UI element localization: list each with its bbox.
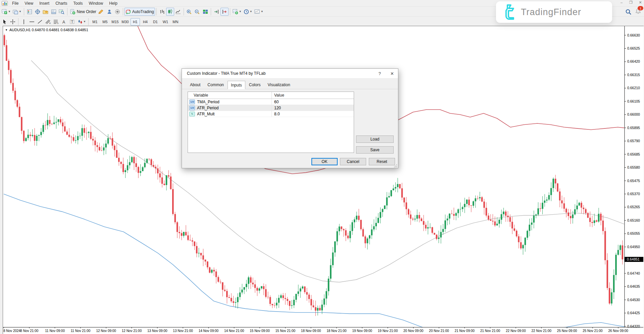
- tab-about[interactable]: About: [187, 81, 204, 89]
- cancel-button[interactable]: Cancel: [340, 158, 366, 165]
- variable-value[interactable]: 120: [272, 106, 354, 110]
- window-minimize-button[interactable]: –: [619, 0, 624, 5]
- svg-text:12 Nov 09:00: 12 Nov 09:00: [96, 329, 116, 333]
- inputs-table[interactable]: Variable Value 123TMA_Period60123ATR_Per…: [188, 92, 354, 153]
- menu-item-view[interactable]: View: [21, 1, 36, 6]
- new-order-icon: [70, 9, 76, 14]
- reset-button[interactable]: Reset: [369, 158, 395, 165]
- terminal-icon: [51, 9, 56, 14]
- notification-badge: 1: [638, 6, 643, 10]
- timeframe-m30-button[interactable]: M30: [120, 18, 130, 25]
- cursor-button[interactable]: [1, 18, 9, 26]
- dialog-help-button[interactable]: ?: [379, 71, 381, 76]
- chart-shift-button[interactable]: [220, 8, 229, 16]
- tab-common[interactable]: Common: [204, 81, 227, 89]
- menu-item-insert[interactable]: Insert: [36, 1, 52, 6]
- toolbar-separator: [156, 8, 157, 15]
- chevron-down-icon: ▼: [250, 10, 252, 13]
- timeframe-w1-button[interactable]: W1: [161, 18, 170, 25]
- menu-item-charts[interactable]: Charts: [52, 1, 70, 6]
- fibonacci-button[interactable]: F: [52, 18, 60, 26]
- new-chart-button[interactable]: ▼: [1, 8, 12, 16]
- arrows-button[interactable]: ▼: [76, 18, 87, 26]
- toolbar-separator: [24, 8, 24, 15]
- timeframe-m15-button[interactable]: M15: [110, 18, 120, 25]
- timeframe-mn-button[interactable]: MN: [171, 18, 180, 25]
- tab-visualization[interactable]: Visualization: [264, 81, 293, 89]
- svg-text:0.66105: 0.66105: [627, 99, 640, 103]
- dialog-title-bar[interactable]: Custom Indicator - TMA True MT4 by TFLab…: [182, 69, 398, 78]
- zoom-in-button[interactable]: [185, 8, 193, 16]
- input-row-tma_period[interactable]: 123TMA_Period60: [188, 99, 354, 105]
- crosshair-button[interactable]: [9, 18, 17, 26]
- text-label-button[interactable]: T: [68, 18, 76, 26]
- trendline-icon: [37, 19, 43, 24]
- svg-text:12 Nov 21:00: 12 Nov 21:00: [122, 329, 142, 333]
- tab-inputs[interactable]: Inputs: [228, 81, 245, 89]
- community-button[interactable]: [105, 8, 113, 16]
- trendline-button[interactable]: [36, 18, 44, 26]
- data-window-button[interactable]: [34, 8, 42, 16]
- variable-value[interactable]: 60: [272, 100, 354, 104]
- menu-item-window[interactable]: Window: [86, 1, 106, 6]
- menu-item-tools[interactable]: Tools: [70, 1, 86, 6]
- autotrading-icon: [126, 9, 131, 14]
- window-restore-button[interactable]: ❐: [629, 0, 633, 5]
- input-row-atr_period[interactable]: 123ATR_Period120: [188, 105, 354, 111]
- window-close-button[interactable]: ✕: [638, 0, 643, 5]
- indicator-dialog[interactable]: Custom Indicator - TMA True MT4 by TFLab…: [182, 68, 398, 168]
- svg-text:0.64425: 0.64425: [627, 311, 640, 315]
- tile-windows-button[interactable]: [201, 8, 209, 16]
- candlestick-chart-button[interactable]: [166, 8, 174, 16]
- symbol-ohlc-text: AUDUSD,H1 0.64870 0.64881 0.64838 0.6485…: [9, 28, 88, 32]
- vertical-line-button[interactable]: [20, 18, 28, 26]
- bar-chart-button[interactable]: [158, 8, 166, 16]
- notifications-button[interactable]: 1: [635, 8, 641, 16]
- save-button[interactable]: Save: [356, 146, 394, 154]
- horizontal-line-button[interactable]: [28, 18, 36, 26]
- market-watch-button[interactable]: [26, 8, 34, 16]
- ok-button[interactable]: OK: [311, 158, 338, 165]
- double-parameter-icon: ½: [189, 112, 195, 116]
- strategy-tester-button[interactable]: [58, 8, 66, 16]
- indicators-button[interactable]: ▼: [232, 8, 243, 16]
- load-button[interactable]: Load: [356, 135, 394, 143]
- timeframe-h1-button[interactable]: H1: [131, 18, 140, 25]
- horizontal-line-icon: [29, 19, 35, 24]
- terminal-button[interactable]: [50, 8, 58, 16]
- auto-scroll-button[interactable]: [212, 8, 220, 16]
- timeframe-m1-button[interactable]: M1: [90, 18, 100, 25]
- sounds-button[interactable]: [113, 8, 121, 16]
- line-chart-button[interactable]: [174, 8, 182, 16]
- variable-value[interactable]: 8.0: [272, 112, 354, 116]
- metaeditor-button[interactable]: [97, 8, 105, 16]
- search-icon[interactable]: [625, 9, 632, 15]
- profiles-button[interactable]: ▼: [12, 8, 22, 16]
- menu-item-help[interactable]: Help: [106, 1, 120, 6]
- vertical-line-icon: [21, 19, 26, 24]
- templates-button[interactable]: ▼: [253, 8, 264, 16]
- new-order-button[interactable]: New Order: [69, 8, 97, 16]
- timeframe-m5-button[interactable]: M5: [100, 18, 110, 25]
- autotrading-button[interactable]: AutoTrading: [125, 8, 155, 16]
- equidistant-channel-button[interactable]: E: [44, 18, 52, 26]
- tab-colors[interactable]: Colors: [246, 81, 264, 89]
- navigator-button[interactable]: [42, 8, 50, 16]
- input-row-atr_mult[interactable]: ½ATR_Mult8.0: [188, 111, 354, 117]
- dialog-close-button[interactable]: ✕: [390, 71, 394, 76]
- one-click-trading-arrow-icon[interactable]: ▼: [5, 29, 8, 32]
- menu-item-file[interactable]: File: [9, 1, 21, 6]
- timeframe-d1-button[interactable]: D1: [151, 18, 160, 25]
- svg-text:18 Nov 21:00: 18 Nov 21:00: [327, 329, 347, 333]
- timeframe-h4-button[interactable]: H4: [141, 18, 150, 25]
- value-column-header: Value: [272, 92, 354, 99]
- dialog-resize-grip[interactable]: [394, 164, 397, 167]
- zoom-out-button[interactable]: [193, 8, 201, 16]
- svg-text:0.65055: 0.65055: [627, 231, 640, 235]
- indicators-icon: [233, 9, 238, 14]
- periods-button[interactable]: ▼: [243, 8, 253, 16]
- variable-name: TMA_Period: [197, 100, 219, 104]
- text-button[interactable]: A: [60, 18, 68, 26]
- line-chart-icon: [176, 9, 181, 14]
- svg-text:21 Nov 09:00: 21 Nov 09:00: [455, 329, 475, 333]
